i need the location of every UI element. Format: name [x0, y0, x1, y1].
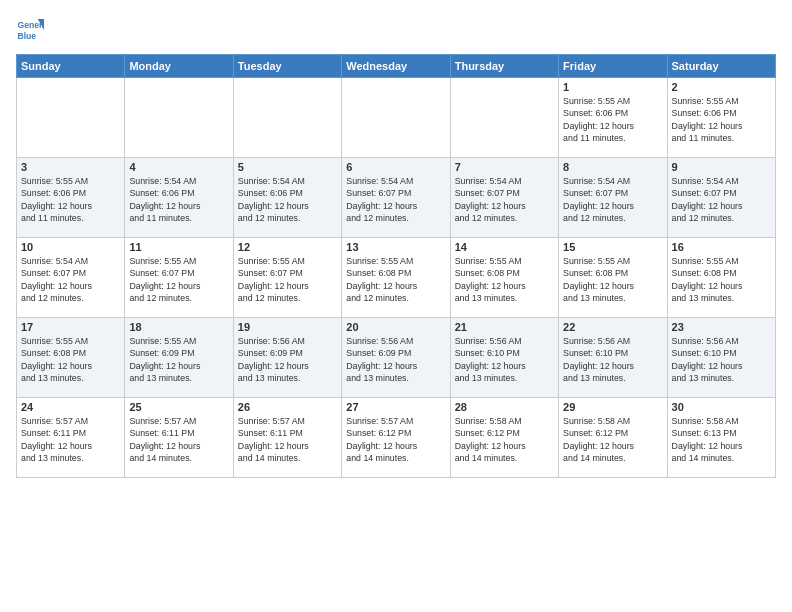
day-cell: 8Sunrise: 5:54 AM Sunset: 6:07 PM Daylig…: [559, 158, 667, 238]
day-cell: 26Sunrise: 5:57 AM Sunset: 6:11 PM Dayli…: [233, 398, 341, 478]
day-number: 1: [563, 81, 662, 93]
weekday-header-monday: Monday: [125, 55, 233, 78]
day-info: Sunrise: 5:54 AM Sunset: 6:07 PM Dayligh…: [563, 175, 662, 224]
day-info: Sunrise: 5:56 AM Sunset: 6:10 PM Dayligh…: [563, 335, 662, 384]
day-cell: 11Sunrise: 5:55 AM Sunset: 6:07 PM Dayli…: [125, 238, 233, 318]
day-number: 11: [129, 241, 228, 253]
week-row-2: 3Sunrise: 5:55 AM Sunset: 6:06 PM Daylig…: [17, 158, 776, 238]
day-cell: 27Sunrise: 5:57 AM Sunset: 6:12 PM Dayli…: [342, 398, 450, 478]
day-cell: 22Sunrise: 5:56 AM Sunset: 6:10 PM Dayli…: [559, 318, 667, 398]
day-info: Sunrise: 5:55 AM Sunset: 6:06 PM Dayligh…: [563, 95, 662, 144]
calendar: SundayMondayTuesdayWednesdayThursdayFrid…: [16, 54, 776, 478]
day-number: 7: [455, 161, 554, 173]
weekday-header-wednesday: Wednesday: [342, 55, 450, 78]
day-info: Sunrise: 5:54 AM Sunset: 6:07 PM Dayligh…: [346, 175, 445, 224]
svg-text:Blue: Blue: [18, 31, 37, 41]
day-info: Sunrise: 5:57 AM Sunset: 6:11 PM Dayligh…: [238, 415, 337, 464]
day-number: 14: [455, 241, 554, 253]
day-number: 10: [21, 241, 120, 253]
day-number: 18: [129, 321, 228, 333]
day-cell: 19Sunrise: 5:56 AM Sunset: 6:09 PM Dayli…: [233, 318, 341, 398]
day-cell: 4Sunrise: 5:54 AM Sunset: 6:06 PM Daylig…: [125, 158, 233, 238]
day-info: Sunrise: 5:56 AM Sunset: 6:10 PM Dayligh…: [455, 335, 554, 384]
day-info: Sunrise: 5:54 AM Sunset: 6:07 PM Dayligh…: [455, 175, 554, 224]
day-cell: 30Sunrise: 5:58 AM Sunset: 6:13 PM Dayli…: [667, 398, 775, 478]
weekday-header-thursday: Thursday: [450, 55, 558, 78]
day-number: 6: [346, 161, 445, 173]
week-row-4: 17Sunrise: 5:55 AM Sunset: 6:08 PM Dayli…: [17, 318, 776, 398]
day-info: Sunrise: 5:54 AM Sunset: 6:06 PM Dayligh…: [129, 175, 228, 224]
day-cell: [17, 78, 125, 158]
day-number: 5: [238, 161, 337, 173]
day-number: 24: [21, 401, 120, 413]
day-number: 23: [672, 321, 771, 333]
day-info: Sunrise: 5:55 AM Sunset: 6:07 PM Dayligh…: [238, 255, 337, 304]
day-number: 20: [346, 321, 445, 333]
day-info: Sunrise: 5:54 AM Sunset: 6:06 PM Dayligh…: [238, 175, 337, 224]
day-info: Sunrise: 5:54 AM Sunset: 6:07 PM Dayligh…: [21, 255, 120, 304]
day-cell: 23Sunrise: 5:56 AM Sunset: 6:10 PM Dayli…: [667, 318, 775, 398]
day-cell: 29Sunrise: 5:58 AM Sunset: 6:12 PM Dayli…: [559, 398, 667, 478]
day-cell: 24Sunrise: 5:57 AM Sunset: 6:11 PM Dayli…: [17, 398, 125, 478]
day-info: Sunrise: 5:56 AM Sunset: 6:10 PM Dayligh…: [672, 335, 771, 384]
day-number: 19: [238, 321, 337, 333]
day-number: 30: [672, 401, 771, 413]
day-cell: 2Sunrise: 5:55 AM Sunset: 6:06 PM Daylig…: [667, 78, 775, 158]
day-number: 22: [563, 321, 662, 333]
day-cell: [125, 78, 233, 158]
calendar-header: SundayMondayTuesdayWednesdayThursdayFrid…: [17, 55, 776, 78]
weekday-header-saturday: Saturday: [667, 55, 775, 78]
day-number: 2: [672, 81, 771, 93]
day-number: 28: [455, 401, 554, 413]
day-info: Sunrise: 5:58 AM Sunset: 6:12 PM Dayligh…: [455, 415, 554, 464]
day-info: Sunrise: 5:57 AM Sunset: 6:11 PM Dayligh…: [21, 415, 120, 464]
day-number: 15: [563, 241, 662, 253]
day-cell: 1Sunrise: 5:55 AM Sunset: 6:06 PM Daylig…: [559, 78, 667, 158]
week-row-3: 10Sunrise: 5:54 AM Sunset: 6:07 PM Dayli…: [17, 238, 776, 318]
day-number: 3: [21, 161, 120, 173]
day-number: 26: [238, 401, 337, 413]
day-cell: 16Sunrise: 5:55 AM Sunset: 6:08 PM Dayli…: [667, 238, 775, 318]
day-info: Sunrise: 5:55 AM Sunset: 6:09 PM Dayligh…: [129, 335, 228, 384]
day-number: 29: [563, 401, 662, 413]
week-row-1: 1Sunrise: 5:55 AM Sunset: 6:06 PM Daylig…: [17, 78, 776, 158]
day-number: 13: [346, 241, 445, 253]
day-info: Sunrise: 5:58 AM Sunset: 6:12 PM Dayligh…: [563, 415, 662, 464]
day-info: Sunrise: 5:55 AM Sunset: 6:08 PM Dayligh…: [21, 335, 120, 384]
day-cell: [342, 78, 450, 158]
day-cell: 9Sunrise: 5:54 AM Sunset: 6:07 PM Daylig…: [667, 158, 775, 238]
weekday-header-friday: Friday: [559, 55, 667, 78]
day-number: 27: [346, 401, 445, 413]
logo-icon: General Blue: [16, 16, 44, 44]
day-cell: 6Sunrise: 5:54 AM Sunset: 6:07 PM Daylig…: [342, 158, 450, 238]
calendar-body: 1Sunrise: 5:55 AM Sunset: 6:06 PM Daylig…: [17, 78, 776, 478]
day-info: Sunrise: 5:55 AM Sunset: 6:08 PM Dayligh…: [563, 255, 662, 304]
day-cell: 21Sunrise: 5:56 AM Sunset: 6:10 PM Dayli…: [450, 318, 558, 398]
day-number: 16: [672, 241, 771, 253]
day-info: Sunrise: 5:56 AM Sunset: 6:09 PM Dayligh…: [238, 335, 337, 384]
day-info: Sunrise: 5:55 AM Sunset: 6:06 PM Dayligh…: [672, 95, 771, 144]
day-number: 25: [129, 401, 228, 413]
day-info: Sunrise: 5:55 AM Sunset: 6:07 PM Dayligh…: [129, 255, 228, 304]
day-cell: [450, 78, 558, 158]
day-info: Sunrise: 5:57 AM Sunset: 6:12 PM Dayligh…: [346, 415, 445, 464]
day-number: 12: [238, 241, 337, 253]
day-number: 4: [129, 161, 228, 173]
day-cell: 7Sunrise: 5:54 AM Sunset: 6:07 PM Daylig…: [450, 158, 558, 238]
day-cell: 3Sunrise: 5:55 AM Sunset: 6:06 PM Daylig…: [17, 158, 125, 238]
header: General Blue: [16, 16, 776, 44]
day-number: 17: [21, 321, 120, 333]
logo: General Blue: [16, 16, 44, 44]
day-info: Sunrise: 5:57 AM Sunset: 6:11 PM Dayligh…: [129, 415, 228, 464]
week-row-5: 24Sunrise: 5:57 AM Sunset: 6:11 PM Dayli…: [17, 398, 776, 478]
day-info: Sunrise: 5:55 AM Sunset: 6:08 PM Dayligh…: [346, 255, 445, 304]
day-cell: 15Sunrise: 5:55 AM Sunset: 6:08 PM Dayli…: [559, 238, 667, 318]
day-info: Sunrise: 5:55 AM Sunset: 6:08 PM Dayligh…: [455, 255, 554, 304]
day-cell: 17Sunrise: 5:55 AM Sunset: 6:08 PM Dayli…: [17, 318, 125, 398]
weekday-header-sunday: Sunday: [17, 55, 125, 78]
day-cell: 5Sunrise: 5:54 AM Sunset: 6:06 PM Daylig…: [233, 158, 341, 238]
weekday-header-tuesday: Tuesday: [233, 55, 341, 78]
day-info: Sunrise: 5:55 AM Sunset: 6:08 PM Dayligh…: [672, 255, 771, 304]
day-info: Sunrise: 5:58 AM Sunset: 6:13 PM Dayligh…: [672, 415, 771, 464]
day-number: 9: [672, 161, 771, 173]
